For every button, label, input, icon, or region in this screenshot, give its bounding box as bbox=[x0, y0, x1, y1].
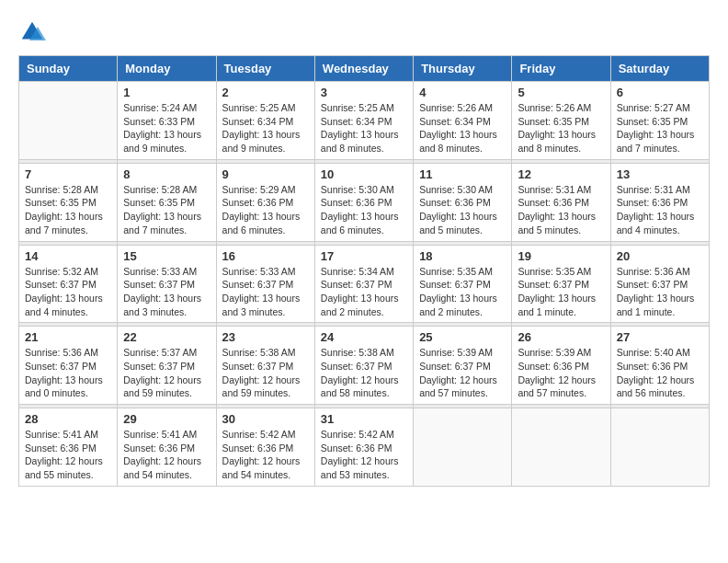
calendar-cell: 10Sunrise: 5:30 AM Sunset: 6:36 PM Dayli… bbox=[314, 163, 413, 241]
day-number: 18 bbox=[419, 249, 506, 263]
calendar-cell: 15Sunrise: 5:33 AM Sunset: 6:37 PM Dayli… bbox=[118, 245, 216, 323]
calendar-cell: 12Sunrise: 5:31 AM Sunset: 6:36 PM Dayli… bbox=[512, 163, 610, 241]
calendar-cell: 26Sunrise: 5:39 AM Sunset: 6:36 PM Dayli… bbox=[512, 327, 610, 405]
logo-icon bbox=[18, 18, 46, 46]
day-number: 16 bbox=[222, 249, 309, 263]
day-number: 25 bbox=[419, 330, 506, 344]
day-info: Sunrise: 5:41 AM Sunset: 6:36 PM Dayligh… bbox=[123, 428, 210, 482]
day-info: Sunrise: 5:28 AM Sunset: 6:35 PM Dayligh… bbox=[123, 183, 210, 237]
day-number: 30 bbox=[222, 412, 309, 426]
day-number: 1 bbox=[123, 86, 210, 99]
day-info: Sunrise: 5:42 AM Sunset: 6:36 PM Dayligh… bbox=[321, 428, 407, 482]
day-info: Sunrise: 5:39 AM Sunset: 6:36 PM Dayligh… bbox=[518, 346, 604, 400]
col-header-thursday: Thursday bbox=[414, 56, 512, 82]
day-number: 27 bbox=[617, 330, 703, 344]
day-info: Sunrise: 5:30 AM Sunset: 6:36 PM Dayligh… bbox=[419, 183, 506, 237]
calendar-cell: 17Sunrise: 5:34 AM Sunset: 6:37 PM Dayli… bbox=[314, 245, 413, 323]
week-row-5: 28Sunrise: 5:41 AM Sunset: 6:36 PM Dayli… bbox=[19, 408, 710, 487]
day-info: Sunrise: 5:34 AM Sunset: 6:37 PM Dayligh… bbox=[321, 265, 407, 319]
day-number: 6 bbox=[617, 86, 703, 99]
day-number: 5 bbox=[518, 86, 604, 99]
calendar-cell: 18Sunrise: 5:35 AM Sunset: 6:37 PM Dayli… bbox=[414, 245, 512, 323]
day-number: 14 bbox=[25, 249, 111, 263]
day-number: 11 bbox=[419, 167, 506, 181]
day-number: 13 bbox=[617, 167, 703, 181]
day-info: Sunrise: 5:31 AM Sunset: 6:36 PM Dayligh… bbox=[518, 183, 604, 237]
calendar-cell: 24Sunrise: 5:38 AM Sunset: 6:37 PM Dayli… bbox=[314, 327, 413, 405]
day-info: Sunrise: 5:33 AM Sunset: 6:37 PM Dayligh… bbox=[123, 265, 210, 319]
week-row-4: 21Sunrise: 5:36 AM Sunset: 6:37 PM Dayli… bbox=[19, 327, 710, 405]
day-number: 29 bbox=[123, 412, 210, 426]
calendar-cell: 21Sunrise: 5:36 AM Sunset: 6:37 PM Dayli… bbox=[19, 327, 118, 405]
day-number: 24 bbox=[321, 330, 407, 344]
day-number: 23 bbox=[222, 330, 309, 344]
calendar-cell: 16Sunrise: 5:33 AM Sunset: 6:37 PM Dayli… bbox=[216, 245, 314, 323]
day-info: Sunrise: 5:28 AM Sunset: 6:35 PM Dayligh… bbox=[25, 183, 111, 237]
calendar-cell: 25Sunrise: 5:39 AM Sunset: 6:37 PM Dayli… bbox=[414, 327, 512, 405]
day-number: 7 bbox=[25, 167, 111, 181]
calendar-cell: 20Sunrise: 5:36 AM Sunset: 6:37 PM Dayli… bbox=[610, 245, 709, 323]
calendar-cell: 30Sunrise: 5:42 AM Sunset: 6:36 PM Dayli… bbox=[216, 408, 314, 487]
calendar-cell: 29Sunrise: 5:41 AM Sunset: 6:36 PM Dayli… bbox=[118, 408, 216, 487]
day-number: 28 bbox=[25, 412, 111, 426]
day-info: Sunrise: 5:26 AM Sunset: 6:34 PM Dayligh… bbox=[419, 101, 506, 155]
day-number: 22 bbox=[123, 330, 210, 344]
day-info: Sunrise: 5:29 AM Sunset: 6:36 PM Dayligh… bbox=[222, 183, 309, 237]
page-header bbox=[18, 18, 710, 46]
day-info: Sunrise: 5:26 AM Sunset: 6:35 PM Dayligh… bbox=[518, 101, 604, 155]
day-number: 15 bbox=[123, 249, 210, 263]
calendar-cell: 13Sunrise: 5:31 AM Sunset: 6:36 PM Dayli… bbox=[610, 163, 709, 241]
col-header-saturday: Saturday bbox=[610, 56, 709, 82]
calendar-cell: 22Sunrise: 5:37 AM Sunset: 6:37 PM Dayli… bbox=[118, 327, 216, 405]
day-number: 3 bbox=[321, 86, 407, 99]
calendar-cell: 8Sunrise: 5:28 AM Sunset: 6:35 PM Daylig… bbox=[118, 163, 216, 241]
calendar-cell: 28Sunrise: 5:41 AM Sunset: 6:36 PM Dayli… bbox=[19, 408, 118, 487]
calendar-cell: 14Sunrise: 5:32 AM Sunset: 6:37 PM Dayli… bbox=[19, 245, 118, 323]
day-info: Sunrise: 5:41 AM Sunset: 6:36 PM Dayligh… bbox=[25, 428, 111, 482]
calendar-cell: 27Sunrise: 5:40 AM Sunset: 6:36 PM Dayli… bbox=[610, 327, 709, 405]
day-info: Sunrise: 5:25 AM Sunset: 6:34 PM Dayligh… bbox=[321, 101, 407, 155]
calendar-cell bbox=[19, 82, 118, 160]
calendar-cell: 1Sunrise: 5:24 AM Sunset: 6:33 PM Daylig… bbox=[118, 82, 216, 160]
day-info: Sunrise: 5:38 AM Sunset: 6:37 PM Dayligh… bbox=[321, 346, 407, 400]
calendar-cell: 19Sunrise: 5:35 AM Sunset: 6:37 PM Dayli… bbox=[512, 245, 610, 323]
day-info: Sunrise: 5:36 AM Sunset: 6:37 PM Dayligh… bbox=[25, 346, 111, 400]
day-info: Sunrise: 5:32 AM Sunset: 6:37 PM Dayligh… bbox=[25, 265, 111, 319]
calendar-cell bbox=[414, 408, 512, 487]
calendar-cell: 2Sunrise: 5:25 AM Sunset: 6:34 PM Daylig… bbox=[216, 82, 314, 160]
day-number: 26 bbox=[518, 330, 604, 344]
day-info: Sunrise: 5:25 AM Sunset: 6:34 PM Dayligh… bbox=[222, 101, 309, 155]
calendar-cell: 3Sunrise: 5:25 AM Sunset: 6:34 PM Daylig… bbox=[314, 82, 413, 160]
col-header-wednesday: Wednesday bbox=[314, 56, 413, 82]
calendar-table: SundayMondayTuesdayWednesdayThursdayFrid… bbox=[18, 55, 710, 487]
day-number: 2 bbox=[222, 86, 309, 99]
day-number: 9 bbox=[222, 167, 309, 181]
day-info: Sunrise: 5:36 AM Sunset: 6:37 PM Dayligh… bbox=[617, 265, 703, 319]
day-info: Sunrise: 5:24 AM Sunset: 6:33 PM Dayligh… bbox=[123, 101, 210, 155]
day-info: Sunrise: 5:37 AM Sunset: 6:37 PM Dayligh… bbox=[123, 346, 210, 400]
day-number: 8 bbox=[123, 167, 210, 181]
col-header-sunday: Sunday bbox=[19, 56, 118, 82]
day-info: Sunrise: 5:42 AM Sunset: 6:36 PM Dayligh… bbox=[222, 428, 309, 482]
calendar-cell: 7Sunrise: 5:28 AM Sunset: 6:35 PM Daylig… bbox=[19, 163, 118, 241]
day-number: 10 bbox=[321, 167, 407, 181]
day-info: Sunrise: 5:35 AM Sunset: 6:37 PM Dayligh… bbox=[518, 265, 604, 319]
calendar-cell: 11Sunrise: 5:30 AM Sunset: 6:36 PM Dayli… bbox=[414, 163, 512, 241]
calendar-header-row: SundayMondayTuesdayWednesdayThursdayFrid… bbox=[19, 56, 710, 82]
day-number: 31 bbox=[321, 412, 407, 426]
col-header-tuesday: Tuesday bbox=[216, 56, 314, 82]
day-number: 12 bbox=[518, 167, 604, 181]
calendar-cell bbox=[610, 408, 709, 487]
day-info: Sunrise: 5:38 AM Sunset: 6:37 PM Dayligh… bbox=[222, 346, 309, 400]
day-number: 4 bbox=[419, 86, 506, 99]
calendar-cell bbox=[512, 408, 610, 487]
day-info: Sunrise: 5:31 AM Sunset: 6:36 PM Dayligh… bbox=[617, 183, 703, 237]
day-info: Sunrise: 5:30 AM Sunset: 6:36 PM Dayligh… bbox=[321, 183, 407, 237]
calendar-cell: 31Sunrise: 5:42 AM Sunset: 6:36 PM Dayli… bbox=[314, 408, 413, 487]
day-info: Sunrise: 5:27 AM Sunset: 6:35 PM Dayligh… bbox=[617, 101, 703, 155]
logo bbox=[18, 18, 48, 46]
day-number: 21 bbox=[25, 330, 111, 344]
week-row-3: 14Sunrise: 5:32 AM Sunset: 6:37 PM Dayli… bbox=[19, 245, 710, 323]
day-number: 17 bbox=[321, 249, 407, 263]
calendar-cell: 23Sunrise: 5:38 AM Sunset: 6:37 PM Dayli… bbox=[216, 327, 314, 405]
